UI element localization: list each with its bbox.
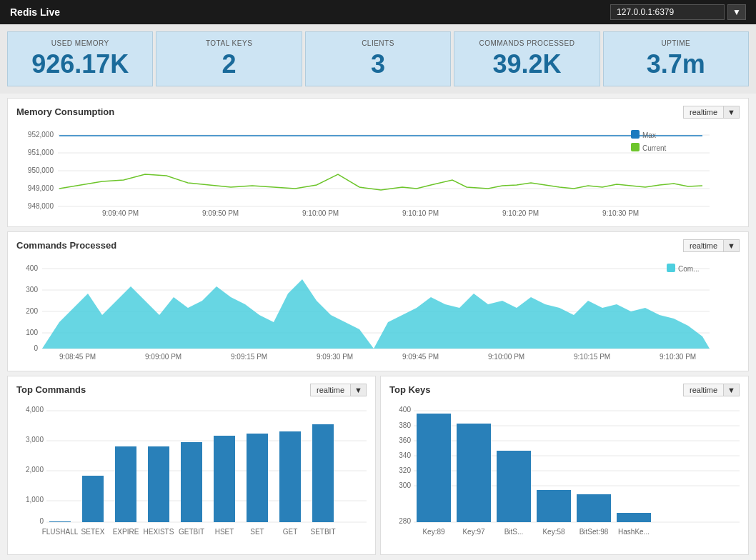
svg-rect-87: [497, 451, 531, 522]
svg-text:Key:58: Key:58: [542, 528, 565, 536]
svg-text:Current: Current: [642, 144, 667, 152]
server-dropdown-btn[interactable]: ▼: [727, 4, 746, 20]
svg-text:340: 340: [399, 451, 411, 459]
svg-text:9:10:10 PM: 9:10:10 PM: [402, 209, 439, 217]
stat-box: USED MEMORY 926.17K: [7, 31, 153, 86]
top-commands-chart: 4,000 3,000 2,000 1,000 0 FLUSHALL SETEX…: [16, 402, 367, 545]
svg-text:949,000: 949,000: [28, 184, 54, 192]
commands-realtime-btn[interactable]: realtime ▼: [683, 239, 740, 252]
svg-text:2,000: 2,000: [26, 466, 44, 474]
svg-text:9:10:20 PM: 9:10:20 PM: [502, 209, 539, 217]
svg-text:300: 300: [399, 481, 411, 489]
svg-text:HashKe...: HashKe...: [618, 528, 650, 536]
server-input[interactable]: [610, 4, 725, 20]
stat-box: COMMANDS PROCESSED 39.2K: [454, 31, 600, 86]
header: Redis Live ▼: [0, 0, 756, 24]
top-commands-realtime-btn[interactable]: realtime ▼: [310, 384, 367, 396]
svg-rect-83: [417, 414, 451, 522]
svg-rect-55: [115, 446, 136, 522]
svg-rect-57: [148, 446, 169, 522]
svg-text:952,000: 952,000: [28, 131, 54, 139]
svg-text:400: 400: [399, 406, 411, 414]
top-keys-dropdown-arrow[interactable]: ▼: [723, 384, 739, 396]
svg-text:0: 0: [39, 517, 44, 525]
top-keys-title: Top Keys: [389, 384, 431, 395]
app-title: Redis Live: [10, 6, 60, 18]
svg-text:9:09:50 PM: 9:09:50 PM: [202, 209, 239, 217]
memory-section: Memory Consumption realtime ▼ 952,000 95…: [7, 98, 749, 227]
svg-text:SET: SET: [250, 528, 264, 536]
svg-text:948,000: 948,000: [28, 202, 54, 210]
svg-text:Com...: Com...: [678, 265, 699, 273]
commands-dropdown-arrow[interactable]: ▼: [723, 240, 739, 251]
svg-text:9:08:45 PM: 9:08:45 PM: [59, 353, 96, 361]
svg-text:280: 280: [399, 517, 411, 525]
memory-realtime-btn[interactable]: realtime ▼: [683, 106, 740, 119]
svg-rect-59: [181, 442, 202, 522]
svg-rect-51: [49, 521, 71, 522]
svg-text:9:09:00 PM: 9:09:00 PM: [145, 353, 181, 361]
svg-text:9:10:30 PM: 9:10:30 PM: [602, 209, 639, 217]
svg-text:SETEX: SETEX: [81, 528, 105, 536]
stat-value: 926.17K: [19, 50, 141, 79]
top-commands-title: Top Commands: [16, 384, 86, 395]
svg-text:9:09:40 PM: 9:09:40 PM: [102, 209, 139, 217]
stat-label: USED MEMORY: [19, 39, 141, 47]
stat-value: 39.2K: [466, 50, 587, 79]
stat-value: 3: [317, 50, 439, 79]
stat-value: 2: [168, 50, 289, 79]
svg-text:Key:89: Key:89: [422, 528, 445, 536]
svg-text:300: 300: [26, 286, 38, 294]
svg-text:BitS...: BitS...: [504, 528, 524, 536]
svg-text:9:10:00 PM: 9:10:00 PM: [302, 209, 339, 217]
memory-chart: 952,000 951,000 950,000 949,000 948,000 …: [16, 124, 724, 217]
svg-text:360: 360: [399, 436, 411, 444]
svg-text:200: 200: [26, 307, 38, 315]
commands-title: Commands Processed: [16, 240, 116, 251]
svg-text:9:09:30 PM: 9:09:30 PM: [317, 353, 353, 361]
top-keys-section: Top Keys realtime ▼ 400 380 360 340 320 …: [380, 376, 749, 555]
svg-text:4,000: 4,000: [26, 406, 44, 414]
svg-text:9:10:30 PM: 9:10:30 PM: [660, 353, 696, 361]
top-commands-dropdown-arrow[interactable]: ▼: [350, 384, 366, 396]
memory-dropdown-arrow[interactable]: ▼: [723, 106, 739, 118]
stat-box: TOTAL KEYS 2: [156, 31, 302, 86]
stat-label: UPTIME: [615, 39, 737, 47]
svg-rect-65: [279, 431, 301, 522]
memory-chart-wrapper: 952,000 951,000 950,000 949,000 948,000 …: [16, 124, 740, 219]
svg-rect-67: [312, 424, 334, 522]
svg-rect-61: [214, 436, 235, 522]
svg-text:GET: GET: [283, 528, 298, 536]
svg-text:3,000: 3,000: [26, 436, 44, 444]
svg-text:FLUSHALL: FLUSHALL: [42, 528, 79, 536]
svg-text:400: 400: [26, 264, 38, 272]
svg-text:HEXISTS: HEXISTS: [144, 528, 174, 536]
stat-label: TOTAL KEYS: [168, 39, 289, 47]
svg-text:9:10:15 PM: 9:10:15 PM: [574, 353, 610, 361]
svg-text:0: 0: [34, 344, 38, 352]
svg-text:951,000: 951,000: [28, 149, 54, 156]
top-commands-section: Top Commands realtime ▼ 4,000 3,000 2,00…: [7, 376, 376, 555]
stat-label: COMMANDS PROCESSED: [466, 39, 587, 47]
svg-rect-93: [617, 513, 651, 522]
svg-text:380: 380: [399, 421, 411, 429]
top-keys-realtime-btn[interactable]: realtime ▼: [683, 384, 740, 396]
svg-text:1,000: 1,000: [26, 496, 44, 504]
svg-text:100: 100: [26, 329, 38, 336]
memory-title: Memory Consumption: [16, 106, 114, 117]
stat-label: CLIENTS: [317, 39, 439, 47]
svg-rect-18: [631, 143, 640, 151]
svg-text:9:09:15 PM: 9:09:15 PM: [231, 353, 267, 361]
stats-row: USED MEMORY 926.17K TOTAL KEYS 2 CLIENTS…: [0, 24, 756, 94]
stat-value: 3.7m: [615, 50, 737, 79]
svg-text:Max: Max: [642, 131, 656, 139]
svg-text:GETBIT: GETBIT: [179, 528, 204, 536]
svg-rect-53: [82, 476, 104, 522]
svg-rect-91: [577, 494, 611, 522]
svg-rect-89: [537, 490, 571, 522]
svg-text:HSET: HSET: [215, 528, 234, 536]
svg-text:950,000: 950,000: [28, 166, 54, 174]
top-keys-chart: 400 380 360 340 320 300 280 Key:89 Key:9…: [389, 402, 740, 545]
svg-text:BitSet:98: BitSet:98: [580, 528, 609, 536]
svg-text:SETBIT: SETBIT: [310, 528, 335, 536]
